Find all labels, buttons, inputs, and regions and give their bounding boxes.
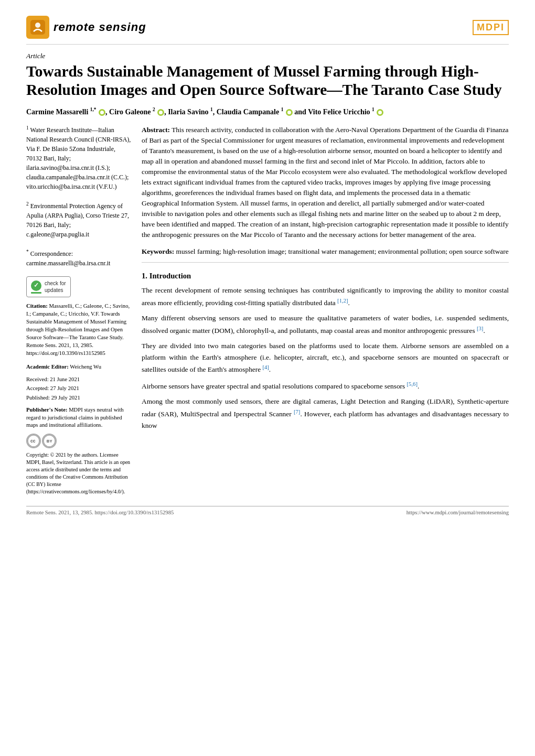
intro-section-title: 1. Introduction bbox=[142, 270, 509, 282]
footer-left: Remote Sens. 2021, 13, 2985. https://doi… bbox=[26, 510, 174, 515]
citation-label: Citation: bbox=[26, 303, 48, 309]
author-savino: Ilaria Savino 1 bbox=[168, 108, 213, 116]
orcid-icon-galeone bbox=[157, 109, 164, 116]
footer: Remote Sens. 2021, 13, 2985. https://doi… bbox=[26, 506, 509, 515]
intro-para-4: Airborne sensors have greater spectral a… bbox=[142, 380, 509, 392]
abstract-text: This research activity, conducted in col… bbox=[142, 126, 509, 239]
ref-7: [7] bbox=[294, 409, 300, 415]
abstract-label: Abstract: bbox=[142, 126, 170, 134]
journal-logo-icon bbox=[26, 16, 49, 39]
mdpi-label: MDPI bbox=[473, 20, 509, 35]
svg-point-1 bbox=[35, 23, 40, 28]
by-circle: BY bbox=[42, 434, 57, 448]
received-date: Received: 21 June 2021 bbox=[26, 375, 131, 384]
published-date: Published: 29 July 2021 bbox=[26, 393, 131, 402]
intro-para-3: They are divided into two main categorie… bbox=[142, 340, 509, 375]
citation-text: Massarelli, C.; Galeone, C.; Savino, I.;… bbox=[26, 303, 130, 356]
accepted-date: Accepted: 27 July 2021 bbox=[26, 384, 131, 393]
copyright-block: Copyright: © 2021 by the authors. Licens… bbox=[26, 451, 131, 495]
page: remote sensing MDPI Article Towards Sust… bbox=[0, 0, 535, 531]
intro-para-1: The recent development of remote sensing… bbox=[142, 285, 509, 308]
academic-editor: Academic Editor: Weicheng Wu bbox=[26, 363, 131, 371]
authors-line: Carmine Massarelli 1,* , Ciro Galeone 2 … bbox=[26, 106, 509, 117]
check-for-updates-badge[interactable]: check for updates bbox=[26, 276, 71, 297]
left-column: 1 Water Research Institute—Italian Natio… bbox=[26, 125, 131, 495]
mdpi-logo: MDPI bbox=[473, 20, 509, 35]
abstract-block: Abstract: This research activity, conduc… bbox=[142, 125, 509, 240]
citation-block: Citation: Massarelli, C.; Galeone, C.; S… bbox=[26, 303, 131, 358]
author-campanale: Claudia Campanale 1 bbox=[217, 108, 284, 116]
publisher-note: Publisher's Note: MDPI stays neutral wit… bbox=[26, 406, 131, 430]
author-galeone: Ciro Galeone 2 bbox=[109, 108, 155, 116]
svg-text:BY: BY bbox=[47, 439, 53, 444]
svg-text:cc: cc bbox=[30, 439, 36, 444]
intro-para-2: Many different observing sensors are use… bbox=[142, 312, 509, 336]
ref-5-6: [5,6] bbox=[407, 381, 418, 387]
article-title: Towards Sustainable Management of Mussel… bbox=[26, 62, 509, 99]
author-massarelli: Carmine Massarelli 1,* bbox=[26, 108, 97, 116]
affiliations: 1 Water Research Institute—Italian Natio… bbox=[26, 125, 131, 268]
journal-name: remote sensing bbox=[54, 20, 146, 34]
header: remote sensing MDPI bbox=[26, 16, 509, 39]
ref-3: [3] bbox=[477, 326, 483, 331]
orcid-icon-campanale bbox=[286, 109, 293, 116]
keywords-label: Keywords: bbox=[142, 247, 174, 255]
journal-brand: remote sensing bbox=[26, 16, 146, 39]
orcid-icon-uricchio bbox=[377, 109, 383, 116]
dates-block: Received: 21 June 2021 Accepted: 27 July… bbox=[26, 375, 131, 402]
footer-right: https://www.mdpi.com/journal/remotesensi… bbox=[406, 510, 509, 515]
ref-1-2: [1,2] bbox=[337, 298, 348, 304]
two-column-layout: 1 Water Research Institute—Italian Natio… bbox=[26, 125, 509, 495]
right-column: Abstract: This research activity, conduc… bbox=[142, 125, 509, 495]
keywords-text: mussel farming; high-resolution image; t… bbox=[176, 247, 509, 255]
cc-license-icon: cc BY bbox=[26, 434, 131, 448]
checkmark-icon bbox=[31, 280, 41, 291]
article-type: Article bbox=[26, 52, 509, 60]
ref-4: [4] bbox=[262, 364, 269, 370]
author-uricchio: and Vito Felice Uricchio 1 bbox=[294, 108, 374, 116]
orcid-icon-massarelli bbox=[99, 109, 105, 116]
intro-para-5: Among the most commonly used sensors, th… bbox=[142, 396, 509, 430]
cc-circle: cc bbox=[26, 434, 41, 448]
keywords-block: Keywords: mussel farming; high-resolutio… bbox=[142, 246, 509, 263]
check-updates-text: check for updates bbox=[45, 280, 66, 294]
